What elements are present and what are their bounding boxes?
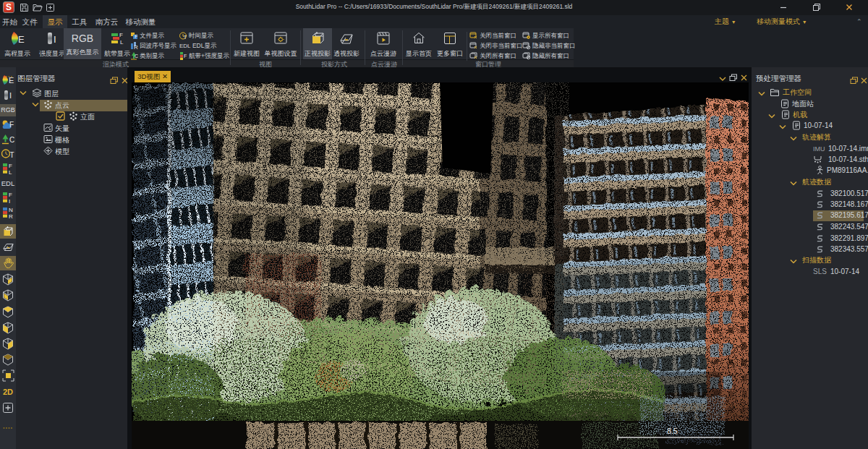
svg-text:I: I: [9, 198, 10, 204]
svg-text:I: I: [54, 34, 56, 45]
svg-text:T: T: [184, 35, 187, 40]
svg-text:I: I: [9, 91, 12, 100]
svg-text:E: E: [18, 34, 25, 45]
svg-text:L: L: [120, 39, 124, 46]
svg-text:F: F: [135, 34, 137, 39]
svg-text:C: C: [9, 136, 14, 144]
svg-text:R: R: [134, 44, 138, 50]
svg-text:F: F: [184, 54, 187, 59]
svg-text:8.5: 8.5: [667, 427, 678, 435]
svg-text:E: E: [9, 76, 14, 85]
svg-text:T: T: [10, 151, 14, 159]
svg-text:L: L: [9, 169, 12, 175]
svg-text:C: C: [135, 54, 138, 59]
svg-text:F: F: [9, 121, 14, 129]
svg-text:F: F: [119, 32, 123, 38]
svg-text:R: R: [9, 213, 13, 219]
